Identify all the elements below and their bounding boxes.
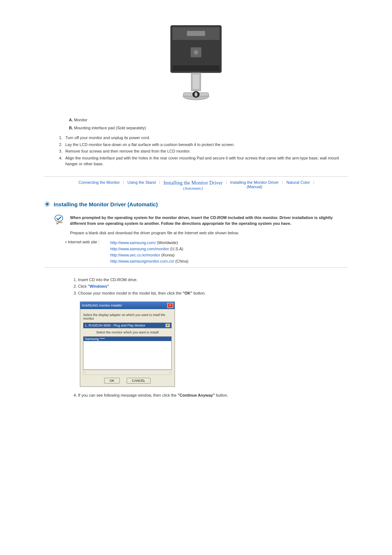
- label-a: A. Monitor: [69, 117, 348, 123]
- intro-text: When prompted by the operating system fo…: [70, 215, 348, 227]
- scrollbar[interactable]: ‹ ›: [83, 370, 172, 375]
- svg-rect-13: [58, 222, 62, 223]
- install-steps-list: Insert CD into the CD-ROM drive. Click "…: [78, 277, 348, 296]
- installer-monitor-list[interactable]: Samsung ****: [83, 336, 172, 370]
- nav-driver-manual[interactable]: Installing the Monitor Driver (Manual): [229, 180, 280, 189]
- label-b: B. Mounting interface pad (Sold separate…: [69, 125, 348, 131]
- install-step: Click "Windows": [78, 283, 348, 289]
- close-icon[interactable]: ×: [167, 303, 173, 308]
- nav-using-stand[interactable]: Using the Stand: [126, 180, 157, 185]
- svg-rect-5: [172, 65, 220, 71]
- monitor-illustration: [44, 22, 348, 110]
- section-heading: Installing the Monitor Driver (Automatic…: [54, 201, 348, 207]
- svg-rect-2: [187, 31, 205, 36]
- link-row: http://www.samsung.com/ (Worldwide): [110, 240, 188, 246]
- installer-titlebar: SAMSUNG monitor installer ×: [80, 302, 175, 309]
- installer-label-adapter: Select the display adapter on which you …: [83, 313, 172, 320]
- divider: [44, 267, 348, 268]
- svg-rect-7: [193, 74, 199, 89]
- bullet-icon: [45, 202, 49, 206]
- installer-adapter-dropdown[interactable]: 1. RADEON 9550 : Plug and Play Monitor ▾: [83, 323, 172, 328]
- link-row: http://www.samsung.com/monitor (U.S.A): [110, 246, 188, 252]
- chevron-down-icon: ▾: [166, 324, 170, 327]
- install-step: If you can see following message window,…: [78, 392, 348, 398]
- link-row: http://www.sec.co.kr/monitor (Korea): [110, 252, 188, 258]
- installer-window: SAMSUNG monitor installer × Select the d…: [80, 301, 175, 387]
- list-item[interactable]: Samsung ****: [83, 337, 171, 341]
- svg-point-12: [55, 215, 63, 222]
- mount-step: Turn off your monitor and unplug its pow…: [64, 135, 348, 141]
- scroll-left-icon[interactable]: ‹: [83, 371, 87, 374]
- install-step: Insert CD into the CD-ROM drive.: [78, 277, 348, 283]
- check-icon: [54, 215, 65, 226]
- nav-driver-automatic[interactable]: Installing the Monitor Driver (Automatic…: [162, 180, 224, 190]
- mount-step: Align the mounting interface pad with th…: [64, 155, 348, 167]
- monitor-back-image: [162, 22, 230, 109]
- section-nav: Connecting the Monitor | Using the Stand…: [44, 180, 348, 190]
- svg-point-4: [194, 50, 198, 54]
- mount-steps-list: Turn off your monitor and unplug its pow…: [64, 135, 348, 167]
- divider: [44, 176, 348, 177]
- website-link-korea[interactable]: http://www.sec.co.kr/monitor: [110, 253, 160, 257]
- link-row: http://www.samsungmonitor.com.cn/ (China…: [110, 258, 188, 264]
- install-steps-continued: If you can see following message window,…: [78, 392, 348, 398]
- website-link-usa[interactable]: http://www.samsung.com/monitor: [110, 247, 169, 251]
- nav-connecting-monitor[interactable]: Connecting the Monitor: [77, 180, 121, 185]
- install-step: Choose your monitor model in the model l…: [78, 290, 348, 296]
- ok-button[interactable]: OK: [104, 378, 120, 384]
- installer-label-monitor: Select the monitor which you want to ins…: [83, 331, 172, 334]
- mount-step: Remove four screws and then remove the s…: [64, 148, 348, 154]
- nav-natural-color[interactable]: Natural Color: [285, 180, 311, 185]
- website-link-china[interactable]: http://www.samsungmonitor.com.cn/: [110, 259, 174, 263]
- internet-website-label: Internet web site :: [65, 240, 99, 264]
- mount-step: Lay the LCD monitor face-down on a flat …: [64, 142, 348, 148]
- svg-point-11: [195, 92, 197, 97]
- scroll-right-icon[interactable]: ›: [168, 371, 171, 374]
- windows-link[interactable]: "Windows": [88, 284, 109, 288]
- cancel-button[interactable]: CANCEL: [127, 378, 151, 384]
- website-link-worldwide[interactable]: http://www.samsung.com/: [110, 240, 156, 245]
- prepare-text: Prepare a blank disk and download the dr…: [70, 230, 348, 236]
